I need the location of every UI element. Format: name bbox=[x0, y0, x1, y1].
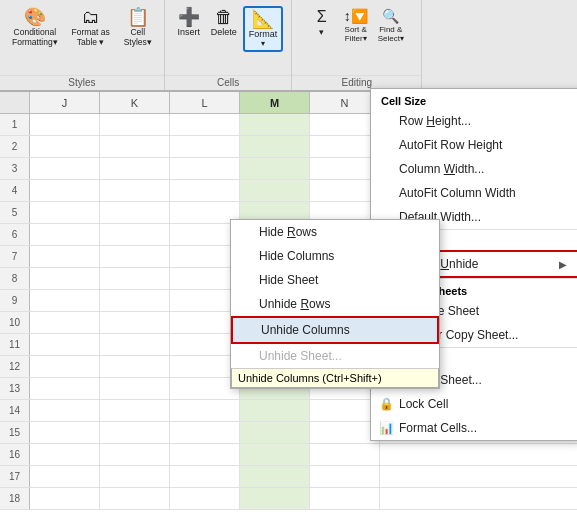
cell[interactable] bbox=[30, 180, 100, 201]
sum-icon: Σ bbox=[317, 8, 327, 26]
row-header: 3 bbox=[0, 158, 30, 179]
row-height-item[interactable]: Row Height... bbox=[371, 109, 577, 133]
cell[interactable] bbox=[30, 136, 100, 157]
hide-sheet-item[interactable]: Hide Sheet bbox=[231, 268, 439, 292]
format-button[interactable]: 📐 Format ▾ bbox=[243, 6, 284, 52]
cell[interactable] bbox=[30, 444, 100, 465]
sort-filter-button[interactable]: ↕🔽 Sort &Filter▾ bbox=[340, 6, 372, 45]
cell[interactable] bbox=[170, 444, 240, 465]
cell[interactable] bbox=[310, 466, 380, 487]
cell[interactable] bbox=[100, 356, 170, 377]
styles-group-label: Styles bbox=[0, 75, 164, 88]
cell[interactable] bbox=[100, 444, 170, 465]
cell[interactable] bbox=[240, 114, 310, 135]
cell[interactable] bbox=[170, 114, 240, 135]
cell[interactable] bbox=[170, 136, 240, 157]
autofit-column-width-item[interactable]: AutoFit Column Width bbox=[371, 181, 577, 205]
cell[interactable] bbox=[240, 180, 310, 201]
col-header-m[interactable]: M bbox=[240, 92, 310, 113]
cell[interactable] bbox=[240, 136, 310, 157]
hide-columns-item[interactable]: Hide Columns bbox=[231, 244, 439, 268]
cell[interactable] bbox=[100, 114, 170, 135]
conditional-formatting-button[interactable]: 🎨 ConditionalFormatting▾ bbox=[8, 6, 62, 49]
cell[interactable] bbox=[100, 290, 170, 311]
cell[interactable] bbox=[100, 268, 170, 289]
delete-icon: 🗑 bbox=[215, 8, 233, 26]
cell[interactable] bbox=[30, 268, 100, 289]
row-header: 2 bbox=[0, 136, 30, 157]
cell[interactable] bbox=[100, 422, 170, 443]
row-header: 6 bbox=[0, 224, 30, 245]
format-cells-item[interactable]: 📊 Format Cells... bbox=[371, 416, 577, 440]
cell[interactable] bbox=[100, 136, 170, 157]
cell[interactable] bbox=[100, 246, 170, 267]
cell[interactable] bbox=[100, 158, 170, 179]
cell[interactable] bbox=[100, 180, 170, 201]
cell[interactable] bbox=[170, 180, 240, 201]
cell[interactable] bbox=[240, 444, 310, 465]
cell[interactable] bbox=[170, 422, 240, 443]
row-header: 1 bbox=[0, 114, 30, 135]
cell[interactable] bbox=[170, 400, 240, 421]
cell[interactable] bbox=[30, 422, 100, 443]
row-header: 10 bbox=[0, 312, 30, 333]
cell[interactable] bbox=[30, 488, 100, 509]
cell[interactable] bbox=[310, 444, 380, 465]
cell[interactable] bbox=[100, 202, 170, 223]
cell[interactable] bbox=[100, 488, 170, 509]
sum-button[interactable]: Σ ▾ bbox=[306, 6, 338, 45]
column-width-item[interactable]: Column Width... bbox=[371, 157, 577, 181]
row-header: 9 bbox=[0, 290, 30, 311]
cell[interactable] bbox=[100, 334, 170, 355]
submenu-arrow-icon: ▶ bbox=[559, 259, 567, 270]
cell[interactable] bbox=[100, 466, 170, 487]
cell[interactable] bbox=[310, 488, 380, 509]
cell[interactable] bbox=[240, 158, 310, 179]
cell[interactable] bbox=[30, 114, 100, 135]
cell[interactable] bbox=[100, 400, 170, 421]
cell[interactable] bbox=[240, 466, 310, 487]
col-header-l[interactable]: L bbox=[170, 92, 240, 113]
cell[interactable] bbox=[170, 158, 240, 179]
cell[interactable] bbox=[30, 466, 100, 487]
unhide-rows-item[interactable]: Unhide Rows bbox=[231, 292, 439, 316]
cell[interactable] bbox=[30, 334, 100, 355]
cell[interactable] bbox=[30, 378, 100, 399]
insert-button[interactable]: ➕ Insert bbox=[173, 6, 205, 52]
format-icon: 📐 bbox=[252, 10, 274, 28]
cell[interactable] bbox=[30, 356, 100, 377]
cell[interactable] bbox=[30, 246, 100, 267]
cell[interactable] bbox=[30, 400, 100, 421]
unhide-columns-item[interactable]: Unhide Columns bbox=[231, 316, 439, 344]
lock-cell-item[interactable]: 🔒 Lock Cell bbox=[371, 392, 577, 416]
col-header-k[interactable]: K bbox=[100, 92, 170, 113]
cell[interactable] bbox=[240, 488, 310, 509]
cell[interactable] bbox=[30, 224, 100, 245]
format-as-table-button[interactable]: 🗂 Format as Table ▾ bbox=[64, 6, 118, 49]
row-header: 16 bbox=[0, 444, 30, 465]
cell[interactable] bbox=[30, 312, 100, 333]
cell[interactable] bbox=[170, 466, 240, 487]
cell[interactable] bbox=[30, 202, 100, 223]
editing-group-label: Editing bbox=[292, 75, 421, 88]
cell-styles-button[interactable]: 📋 CellStyles▾ bbox=[120, 6, 156, 49]
autofit-row-height-item[interactable]: AutoFit Row Height bbox=[371, 133, 577, 157]
find-select-icon: 🔍 bbox=[382, 8, 399, 24]
cell[interactable] bbox=[240, 422, 310, 443]
cell[interactable] bbox=[100, 224, 170, 245]
find-select-button[interactable]: 🔍 Find &Select▾ bbox=[374, 6, 408, 45]
col-header-j[interactable]: J bbox=[30, 92, 100, 113]
row-header: 8 bbox=[0, 268, 30, 289]
cell[interactable] bbox=[240, 400, 310, 421]
ribbon-group-cells: ➕ Insert 🗑 Delete 📐 Format ▾ Cells bbox=[165, 0, 293, 90]
row-header: 4 bbox=[0, 180, 30, 201]
cell[interactable] bbox=[30, 158, 100, 179]
row-header: 12 bbox=[0, 356, 30, 377]
hide-rows-item[interactable]: Hide Rows bbox=[231, 220, 439, 244]
row-header: 15 bbox=[0, 422, 30, 443]
cell[interactable] bbox=[100, 312, 170, 333]
delete-button[interactable]: 🗑 Delete bbox=[207, 6, 241, 52]
cell[interactable] bbox=[30, 290, 100, 311]
cell[interactable] bbox=[100, 378, 170, 399]
cell[interactable] bbox=[170, 488, 240, 509]
